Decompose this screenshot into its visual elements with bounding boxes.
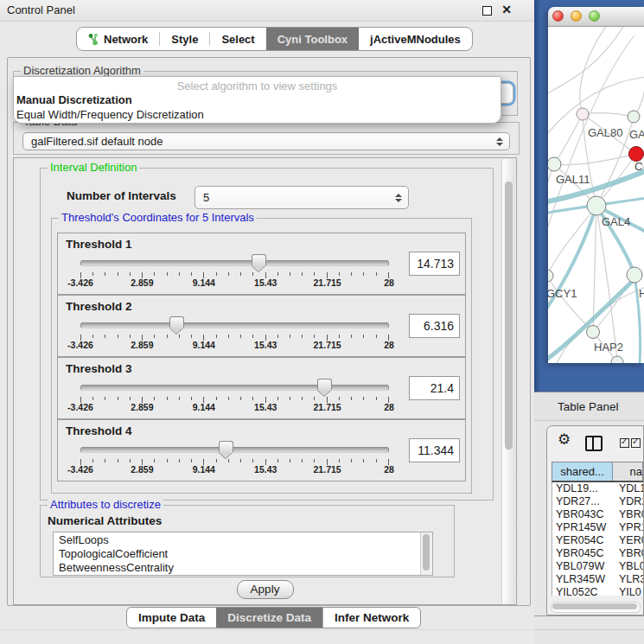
tick-mark bbox=[240, 459, 241, 462]
tab-cyni-toolbox[interactable]: Cyni Toolbox bbox=[266, 28, 359, 50]
number-of-intervals-combo[interactable]: 5 bbox=[194, 186, 409, 209]
list-scrollbar-thumb[interactable] bbox=[423, 534, 430, 571]
threshold-slider[interactable] bbox=[80, 443, 389, 457]
list-item-betweennesscentrality[interactable]: BetweennessCentrality bbox=[54, 561, 421, 575]
network-node[interactable] bbox=[587, 196, 606, 215]
attributes-group: Attributes to discretize Numerical Attri… bbox=[40, 505, 455, 577]
table-row[interactable]: YDL19...YDL1 bbox=[552, 482, 643, 495]
slider-thumb[interactable] bbox=[252, 254, 266, 265]
tick-mark bbox=[240, 397, 241, 400]
checkbox-icon[interactable] bbox=[620, 438, 629, 448]
threshold-value-field[interactable]: 6.316 bbox=[409, 314, 460, 338]
zoom-traffic-light-icon[interactable] bbox=[589, 10, 600, 22]
list-item-selfloops[interactable]: SelfLoops bbox=[54, 533, 421, 547]
threshold-label: Threshold 3 bbox=[66, 362, 132, 375]
network-node-red[interactable] bbox=[629, 147, 644, 162]
list-scrollbar[interactable] bbox=[420, 532, 432, 575]
slider-track[interactable] bbox=[80, 447, 389, 453]
table-row[interactable]: YDR27...YDR2 bbox=[552, 495, 643, 508]
network-node[interactable] bbox=[548, 270, 553, 282]
slider-thumb[interactable] bbox=[169, 316, 184, 328]
table-row[interactable]: YBR045CYBR0 bbox=[552, 547, 643, 560]
threshold-value-field[interactable]: 14.713 bbox=[409, 252, 460, 276]
close-traffic-light-icon[interactable] bbox=[552, 10, 564, 22]
threshold-slider[interactable] bbox=[80, 257, 389, 271]
column-header-shared-name[interactable]: shared... bbox=[552, 462, 613, 481]
column-header-name[interactable]: na bbox=[613, 462, 642, 481]
network-node[interactable] bbox=[627, 267, 642, 283]
tab-network[interactable]: Network bbox=[77, 28, 159, 50]
tick-mark bbox=[92, 397, 93, 400]
cell-name: YDL1 bbox=[613, 482, 643, 495]
node-label-h: H bbox=[639, 287, 644, 300]
tick-mark bbox=[339, 335, 340, 338]
tab-impute-data[interactable]: Impute Data bbox=[127, 608, 216, 628]
attribute-items: SelfLoopsTopologicalCoefficientBetweenne… bbox=[54, 533, 421, 575]
slider-tick-labels: -3.4262.8599.14415.4321.71528 bbox=[80, 464, 389, 475]
table-row[interactable]: YIL052CYIL0 bbox=[552, 586, 643, 596]
slider-tick-labels: -3.4262.8599.14415.4321.71528 bbox=[80, 277, 389, 288]
tick-mark bbox=[105, 397, 105, 400]
tick-mark bbox=[314, 272, 315, 276]
threshold-slider[interactable] bbox=[80, 319, 389, 333]
network-node[interactable] bbox=[577, 108, 589, 120]
tick-mark bbox=[167, 397, 168, 400]
node-label-ga: GA bbox=[629, 128, 644, 141]
tick-mark bbox=[277, 397, 278, 400]
apply-button[interactable]: Apply bbox=[237, 580, 294, 599]
settings-scrollbar-thumb[interactable] bbox=[505, 182, 513, 450]
network-node[interactable] bbox=[587, 326, 600, 339]
slider-tick-labels: -3.4262.8599.14415.4321.71528 bbox=[80, 402, 389, 412]
cell-name: YER0 bbox=[613, 534, 643, 547]
tick-mark bbox=[351, 335, 352, 338]
table-data-combo[interactable]: galFiltered.sif default node bbox=[22, 132, 510, 150]
table-row[interactable]: YLR345WYLR3 bbox=[552, 573, 643, 586]
tick-mark bbox=[363, 397, 364, 400]
table-hscrollbar[interactable] bbox=[551, 602, 641, 613]
checkbox-icon[interactable] bbox=[631, 438, 641, 448]
tick-label: -3.426 bbox=[67, 340, 93, 350]
threshold-slider[interactable] bbox=[80, 381, 389, 395]
list-item-topologicalcoefficient[interactable]: TopologicalCoefficient bbox=[54, 547, 421, 561]
threshold-value-field[interactable]: 21.4 bbox=[409, 376, 460, 400]
tab-infer-network[interactable]: Infer Network bbox=[322, 608, 420, 628]
tick-mark bbox=[277, 272, 278, 276]
table-panel-title: Table Panel bbox=[558, 400, 619, 413]
tab-jactivemnodules[interactable]: jActiveMNodules bbox=[359, 28, 472, 50]
slider-thumb[interactable] bbox=[219, 441, 233, 452]
thresholds-group-label: Threshold's Coordinates for 5 Intervals bbox=[59, 211, 257, 224]
threshold-value-field[interactable]: 11.344 bbox=[409, 438, 460, 462]
node-label-c: C bbox=[634, 160, 642, 173]
algorithm-option-equal-width-frequency-discretization[interactable]: Equal Width/Frequency Discretization bbox=[16, 108, 204, 121]
network-canvas[interactable]: GAL80GACGAL11GAL4GCY1HHAP2 bbox=[548, 27, 644, 363]
tick-mark bbox=[118, 335, 118, 338]
columns-icon[interactable] bbox=[585, 436, 603, 451]
tab-discretize-data[interactable]: Discretize Data bbox=[216, 608, 322, 628]
slider-track[interactable] bbox=[80, 322, 389, 328]
table-row[interactable]: YBL079WYBL0 bbox=[552, 560, 643, 573]
table-hscrollbar-thumb[interactable] bbox=[552, 603, 637, 609]
slider-track[interactable] bbox=[80, 260, 389, 266]
algorithm-option-manual-discretization[interactable]: Manual Discretization bbox=[16, 93, 132, 106]
tab-select[interactable]: Select bbox=[210, 28, 265, 50]
network-node[interactable] bbox=[548, 157, 561, 171]
table-row[interactable]: YBR043CYBR0 bbox=[552, 508, 643, 521]
tick-mark bbox=[290, 459, 290, 462]
float-window-icon[interactable] bbox=[482, 6, 492, 16]
network-window-titlebar[interactable] bbox=[548, 7, 644, 27]
tick-label: 28 bbox=[384, 464, 394, 475]
attributes-group-label: Attributes to discretize bbox=[48, 498, 163, 511]
network-node[interactable] bbox=[628, 111, 640, 123]
tab-style[interactable]: Style bbox=[160, 28, 209, 50]
tick-mark bbox=[252, 335, 253, 338]
settings-scrollbar[interactable] bbox=[501, 159, 515, 603]
table-row[interactable]: YPR145WYPR1 bbox=[552, 521, 643, 534]
network-view-window: GAL80GACGAL11GAL4GCY1HHAP2 bbox=[548, 7, 644, 363]
gear-icon[interactable]: ⚙ bbox=[558, 432, 571, 447]
minimize-traffic-light-icon[interactable] bbox=[571, 10, 582, 22]
slider-thumb[interactable] bbox=[317, 379, 332, 390]
table-row[interactable]: YER054CYER0 bbox=[552, 534, 643, 547]
tick-mark bbox=[314, 335, 315, 338]
slider-track[interactable] bbox=[80, 385, 389, 391]
close-icon[interactable]: ✕ bbox=[501, 3, 512, 16]
